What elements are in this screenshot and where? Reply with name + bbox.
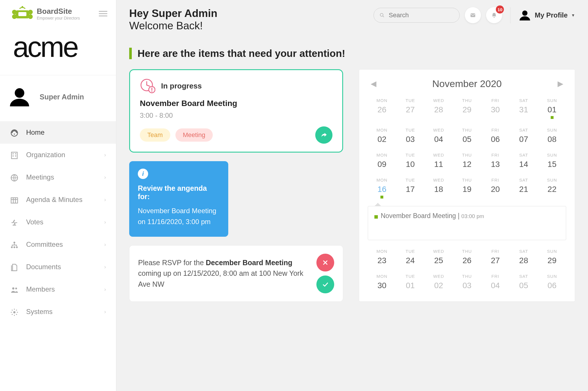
nav-item-home[interactable]: Home	[0, 121, 116, 144]
calendar-day[interactable]: TUE03	[396, 128, 425, 144]
nav-icon	[10, 129, 19, 136]
calendar-day[interactable]: FRI30	[481, 98, 510, 119]
calendar-day[interactable]: TUE17	[396, 178, 425, 199]
calendar-day[interactable]: SUN01	[538, 98, 566, 119]
nav-item-organization[interactable]: Organization›	[0, 144, 116, 166]
calendar-day[interactable]: THU26	[453, 249, 481, 265]
svg-point-26	[13, 311, 16, 313]
day-of-week: FRI	[481, 178, 510, 182]
calendar-day[interactable]: MON09	[368, 153, 396, 169]
day-of-week: SAT	[510, 153, 538, 157]
calendar-day[interactable]: WED25	[424, 249, 453, 265]
nav-icon	[10, 174, 19, 181]
calendar-day[interactable]: MON26	[368, 98, 396, 119]
nav-item-committees[interactable]: Committees›	[0, 233, 116, 256]
chevron-right-icon: ›	[104, 264, 106, 270]
card-in-progress[interactable]: In progress November Board Meeting 3:00 …	[129, 69, 343, 153]
search[interactable]	[374, 8, 460, 23]
calendar-day[interactable]: MON30	[368, 274, 396, 290]
calendar-day[interactable]: THU29	[453, 98, 481, 119]
day-of-week: THU	[453, 249, 481, 254]
svg-point-9	[14, 134, 15, 135]
calendar-day[interactable]: THU05	[453, 128, 481, 144]
nav-item-agenda-minutes[interactable]: Agenda & Minutes›	[0, 188, 116, 211]
profile-dropdown[interactable]: My Profile ▼	[519, 9, 575, 22]
calendar-day[interactable]: FRI13	[481, 153, 510, 169]
event-title: November Board Meeting |	[381, 212, 461, 219]
calendar-day[interactable]: SAT31	[510, 98, 538, 119]
nav-item-meetings[interactable]: Meetings›	[0, 166, 116, 188]
topbar-right: 10 My Profile ▼	[374, 7, 575, 23]
calendar-day[interactable]: FRI27	[481, 249, 510, 265]
card-review-agenda[interactable]: i Review the angenda for: November Board…	[129, 161, 228, 236]
calendar-day[interactable]: THU12	[453, 153, 481, 169]
day-number: 11	[424, 160, 453, 169]
day-of-week: TUE	[396, 98, 425, 103]
content-row: In progress November Board Meeting 3:00 …	[129, 69, 575, 301]
calendar-day[interactable]: THU03	[453, 274, 481, 290]
envelope-icon	[470, 12, 476, 18]
calendar-day[interactable]: TUE01	[396, 274, 425, 290]
nav-item-votes[interactable]: Votes›	[0, 211, 116, 233]
calendar-day[interactable]: WED18	[424, 178, 453, 199]
day-number: 07	[510, 135, 538, 144]
calendar-day[interactable]: WED28	[424, 98, 453, 119]
calendar-day[interactable]: SUN06	[538, 274, 566, 290]
calendar-day[interactable]: SAT07	[510, 128, 538, 144]
sidebar-user: Super Admin	[0, 75, 116, 121]
calendar-day[interactable]: TUE27	[396, 98, 425, 119]
calendar-day[interactable]: SUN29	[538, 249, 566, 265]
nav-item-systems[interactable]: Systems›	[0, 301, 116, 323]
day-of-week: FRI	[481, 153, 510, 157]
day-number: 26	[368, 105, 396, 114]
chevron-right-icon: ›	[104, 309, 106, 315]
notifications-button[interactable]: 10	[486, 7, 502, 23]
nav-item-members[interactable]: Members›	[0, 278, 116, 301]
day-of-week: MON	[368, 178, 396, 182]
calendar-prev-button[interactable]: ◀	[368, 79, 379, 88]
calendar-day[interactable]: WED04	[424, 128, 453, 144]
calendar-day[interactable]: WED11	[424, 153, 453, 169]
svg-rect-16	[11, 198, 18, 203]
calendar-day[interactable]: SAT28	[510, 249, 538, 265]
day-of-week: TUE	[396, 274, 425, 279]
tag-team[interactable]: Team	[140, 128, 170, 142]
calendar-day[interactable]: SUN08	[538, 128, 566, 144]
topbar: Hey Super Admin Welcome Back! 10	[129, 7, 575, 32]
nav-label: Meetings	[26, 173, 54, 181]
calendar-day[interactable]: SUN15	[538, 153, 566, 169]
svg-point-7	[15, 88, 24, 98]
day-of-week: THU	[453, 274, 481, 279]
calendar-day[interactable]: MON02	[368, 128, 396, 144]
day-of-week: SUN	[538, 153, 566, 157]
card-rsvp: Please RSVP for the December Board Meeti…	[129, 245, 343, 302]
calendar-day[interactable]: FRI20	[481, 178, 510, 199]
hamburger-icon[interactable]	[99, 9, 107, 18]
calendar-day[interactable]: SAT14	[510, 153, 538, 169]
calendar-day[interactable]: FRI04	[481, 274, 510, 290]
calendar-day[interactable]: SUN22	[538, 178, 566, 199]
search-input[interactable]	[389, 11, 454, 19]
calendar-day[interactable]: SAT05	[510, 274, 538, 290]
day-of-week: SAT	[510, 178, 538, 182]
messages-button[interactable]	[465, 7, 481, 23]
calendar-day[interactable]: FRI06	[481, 128, 510, 144]
calendar-day[interactable]: SAT21	[510, 178, 538, 199]
day-number: 08	[538, 135, 566, 144]
calendar-day[interactable]: TUE10	[396, 153, 425, 169]
calendar-event-popover[interactable]: November Board Meeting | 03:00 pm	[368, 206, 566, 240]
rsvp-accept-button[interactable]	[316, 276, 334, 293]
tag-meeting[interactable]: Meeting	[175, 128, 213, 142]
nav-item-documents[interactable]: Documents›	[0, 256, 116, 278]
calendar-day[interactable]: THU19	[453, 178, 481, 199]
rsvp-decline-button[interactable]	[316, 254, 334, 271]
nav-label: Committees	[26, 240, 63, 249]
calendar-day[interactable]: WED02	[424, 274, 453, 290]
calendar-next-button[interactable]: ▶	[555, 79, 566, 88]
avatar-icon	[519, 9, 531, 22]
calendar-day[interactable]: MON16	[368, 178, 396, 199]
calendar-day[interactable]: TUE24	[396, 249, 425, 265]
day-of-week: FRI	[481, 249, 510, 254]
share-button[interactable]	[315, 126, 332, 144]
calendar-day[interactable]: MON23	[368, 249, 396, 265]
